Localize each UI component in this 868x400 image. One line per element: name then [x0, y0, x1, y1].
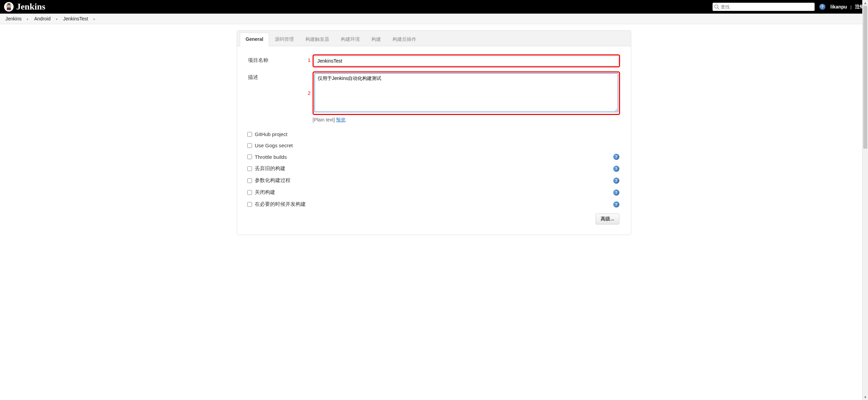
svg-point-6: [715, 5, 718, 8]
checkbox-row-param: 参数化构建过程 ?: [241, 174, 627, 186]
svg-point-4: [7, 5, 8, 6]
annotation-2: 2: [306, 71, 313, 96]
chevron-right-icon: ▸: [53, 17, 61, 21]
checkbox-discard-old[interactable]: [247, 166, 252, 171]
tab-triggers[interactable]: 构建触发器: [300, 33, 335, 46]
checkbox-github-project[interactable]: [247, 132, 252, 137]
config-tabs: General 源码管理 构建触发器 构建环境 构建 构建后操作: [237, 31, 631, 46]
row-project-name: 项目名称 1: [241, 53, 627, 69]
help-icon[interactable]: ?: [613, 189, 619, 196]
header-help[interactable]: ?: [819, 4, 825, 10]
separator: |: [850, 4, 852, 10]
format-label: [Plain text]: [313, 117, 335, 122]
tab-build[interactable]: 构建: [366, 33, 387, 46]
scrollbar-thumb[interactable]: [863, 6, 867, 149]
checkbox-label[interactable]: Throttle builds: [255, 154, 613, 160]
checkbox-label[interactable]: 关闭构建: [255, 189, 613, 196]
checkbox-parameterized[interactable]: [247, 178, 252, 183]
checkbox-gogs-secret[interactable]: [247, 143, 252, 148]
checkbox-label[interactable]: 在必要的时候并发构建: [255, 201, 613, 207]
checkbox-label[interactable]: 参数化构建过程: [255, 177, 613, 184]
checkbox-row-throttle: Throttle builds ?: [241, 151, 627, 163]
svg-point-5: [10, 5, 10, 6]
label-description: 描述: [241, 71, 306, 81]
label-project-name: 项目名称: [241, 54, 306, 64]
checkbox-row-disable: 关闭构建 ?: [241, 186, 627, 198]
username-link[interactable]: likanpu: [830, 4, 847, 10]
search-icon: [714, 4, 719, 10]
project-name-input[interactable]: [314, 56, 618, 66]
annotation-1: 1: [306, 54, 313, 63]
checkbox-row-gogs: Use Gogs secret: [241, 140, 627, 151]
chevron-right-icon: ▸: [24, 17, 31, 21]
help-icon: ?: [819, 4, 825, 10]
highlight-box-1: [313, 54, 620, 67]
checkbox-disable-build[interactable]: [247, 190, 252, 195]
help-icon[interactable]: ?: [613, 166, 619, 172]
tab-general[interactable]: General: [240, 33, 269, 46]
jenkins-logo[interactable]: Jenkins: [3, 1, 45, 12]
header-user-area: likanpu | 注销: [830, 4, 865, 10]
highlight-box-2: [313, 71, 620, 115]
checkbox-throttle[interactable]: [247, 154, 252, 159]
checkbox-label[interactable]: GitHub project: [255, 131, 627, 137]
tab-content-general: 项目名称 1 描述 2 [Plain text]: [237, 46, 631, 235]
search-box[interactable]: [713, 3, 815, 11]
breadcrumb-item[interactable]: Android: [33, 15, 52, 22]
advanced-button[interactable]: 高级...: [596, 214, 619, 224]
chevron-right-icon: ▸: [91, 17, 98, 21]
checkbox-label[interactable]: 丢弃旧的构建: [255, 165, 613, 172]
checkbox-row-discard: 丢弃旧的构建 ?: [241, 163, 627, 174]
checkbox-concurrent[interactable]: [247, 202, 252, 207]
help-icon[interactable]: ?: [613, 178, 619, 184]
tab-build-env[interactable]: 构建环境: [335, 33, 366, 46]
breadcrumb: Jenkins ▸ Android ▸ JenkinsTest ▸: [0, 14, 868, 24]
jenkins-head-icon: [3, 1, 14, 12]
main-content: General 源码管理 构建触发器 构建环境 构建 构建后操作 项目名称 1: [237, 30, 631, 235]
preview-link[interactable]: 预览: [336, 117, 346, 122]
description-textarea[interactable]: [314, 73, 618, 112]
checkbox-row-github: GitHub project: [241, 129, 627, 140]
breadcrumb-item[interactable]: JenkinsTest: [62, 15, 89, 22]
checkbox-label[interactable]: Use Gogs secret: [255, 143, 627, 148]
top-header: Jenkins ? likanpu | 注销: [0, 0, 868, 14]
description-footer: [Plain text] 预览: [313, 117, 620, 123]
scroll-up-icon[interactable]: ▲: [863, 0, 868, 6]
help-icon[interactable]: ?: [613, 154, 619, 160]
tab-scm[interactable]: 源码管理: [269, 33, 300, 46]
svg-rect-3: [7, 3, 10, 5]
checkbox-row-concurrent: 在必要的时候并发构建 ?: [241, 198, 627, 210]
advanced-row: 高级...: [241, 210, 627, 224]
row-description: 描述 2 [Plain text] 预览: [241, 70, 627, 124]
vertical-scrollbar[interactable]: ▲ ▼: [862, 0, 868, 235]
svg-line-7: [718, 8, 719, 9]
tab-post-build[interactable]: 构建后操作: [387, 33, 422, 46]
search-input[interactable]: [719, 4, 813, 10]
brand-text: Jenkins: [16, 2, 45, 12]
breadcrumb-item[interactable]: Jenkins: [4, 15, 23, 22]
config-panel: General 源码管理 构建触发器 构建环境 构建 构建后操作 项目名称 1: [237, 30, 631, 235]
help-icon[interactable]: ?: [613, 201, 619, 207]
